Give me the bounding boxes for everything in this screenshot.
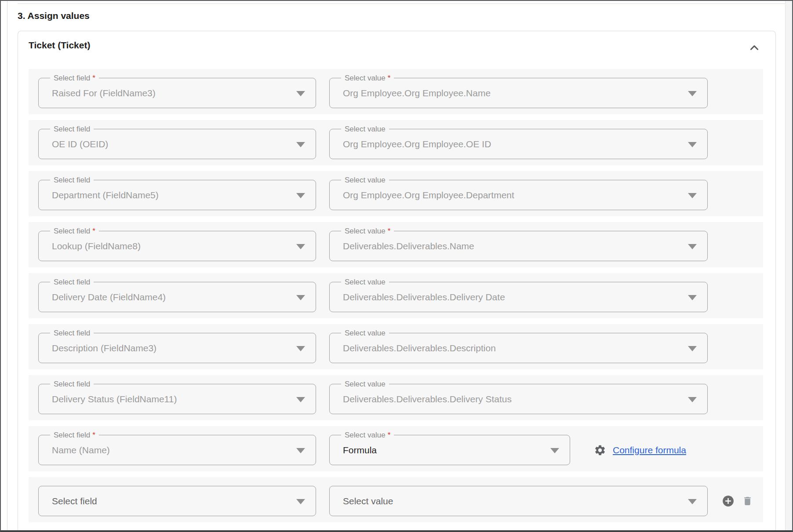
select-value-value: Deliverables.Deliverables.Name: [343, 241, 474, 251]
configure-formula-link[interactable]: Configure formula: [613, 445, 686, 455]
chevron-down-icon: [296, 244, 305, 249]
select-value-dropdown[interactable]: Select valueDeliverables.Deliverables.De…: [329, 333, 708, 363]
chevron-down-icon: [296, 193, 305, 198]
select-value-dropdown[interactable]: Select valueOrg Employee.Org Employee.De…: [329, 180, 708, 210]
select-field-dropdown[interactable]: Select field*Raised For (FieldName3): [38, 78, 316, 108]
trash-icon: [742, 496, 753, 506]
select-field-dropdown[interactable]: Select field*Lookup (FieldName8): [38, 231, 316, 261]
select-value-label: Select value: [341, 278, 389, 286]
select-field-dropdown[interactable]: Select fieldOE ID (OEID): [38, 129, 316, 159]
row-actions: [722, 486, 753, 516]
select-field-dropdown[interactable]: Select field*Name (Name): [38, 435, 316, 465]
chevron-down-icon: [550, 448, 559, 453]
chevron-down-icon: [688, 295, 697, 300]
select-value-label: Select value: [341, 176, 389, 184]
configure-formula-gear-button[interactable]: [594, 444, 606, 456]
assign-values-screen: 3. Assign values Ticket (Ticket) Select …: [0, 0, 793, 532]
select-value-value: Org Employee.Org Employee.Name: [343, 88, 491, 98]
gear-icon: [594, 444, 606, 456]
select-field-value: Select field: [52, 496, 97, 506]
select-value-dropdown[interactable]: Select value*Org Employee.Org Employee.N…: [329, 78, 708, 108]
chevron-down-icon: [296, 142, 305, 147]
select-field-value: Delivery Status (FieldName11): [52, 394, 177, 404]
select-field-dropdown[interactable]: Select field: [38, 486, 316, 516]
select-field-label: Select field: [50, 125, 94, 133]
select-field-label: Select field: [50, 380, 94, 388]
required-asterisk: *: [388, 74, 391, 82]
select-field-dropdown[interactable]: Select fieldDelivery Date (FieldName4): [38, 282, 316, 312]
configure-formula-group: Configure formula: [594, 435, 686, 465]
add-row-button[interactable]: [722, 495, 734, 507]
chevron-down-icon: [688, 142, 697, 147]
select-field-label: Select field*: [50, 431, 99, 439]
select-value-value: Deliverables.Deliverables.Delivery Date: [343, 292, 505, 302]
chevron-down-icon: [296, 499, 305, 504]
select-field-dropdown[interactable]: Select fieldDepartment (FieldName5): [38, 180, 316, 210]
ticket-card: Ticket (Ticket) Select field*Raised For …: [18, 31, 776, 532]
chevron-down-icon: [296, 448, 305, 453]
select-field-dropdown[interactable]: Select fieldDescription (FieldName3): [38, 333, 316, 363]
select-value-label: Select value: [341, 125, 389, 133]
chevron-down-icon: [688, 499, 697, 504]
select-value-dropdown[interactable]: Select value*Deliverables.Deliverables.N…: [329, 231, 708, 261]
required-asterisk: *: [92, 227, 95, 235]
select-value-value: Select value: [343, 496, 393, 506]
select-value-dropdown[interactable]: Select valueDeliverables.Deliverables.De…: [329, 282, 708, 312]
assign-row-9: Select fieldSelect value: [29, 477, 763, 522]
select-value-dropdown[interactable]: Select valueOrg Employee.Org Employee.OE…: [329, 129, 708, 159]
chevron-up-icon: [749, 42, 760, 54]
plus-circle-icon: [722, 495, 734, 507]
panel-top-border: [18, 4, 786, 4]
vertical-scrollbar[interactable]: [785, 1, 792, 530]
assign-row-7: Select fieldDelivery Status (FieldName11…: [29, 375, 763, 420]
select-value-value: Org Employee.Org Employee.OE ID: [343, 139, 491, 149]
collapse-section-button[interactable]: [748, 42, 760, 54]
select-value-label: Select value: [341, 380, 389, 388]
chevron-down-icon: [688, 244, 697, 249]
chevron-down-icon: [688, 193, 697, 198]
select-value-value: Org Employee.Org Employee.Department: [343, 190, 514, 200]
card-title: Ticket (Ticket): [29, 40, 90, 51]
page-title: 3. Assign values: [18, 11, 90, 21]
assign-row-1: Select field*Raised For (FieldName3)Sele…: [29, 69, 763, 114]
select-field-value: Lookup (FieldName8): [52, 241, 141, 251]
assign-row-8: Select field*Name (Name)Select value*For…: [29, 426, 763, 471]
select-field-dropdown[interactable]: Select fieldDelivery Status (FieldName11…: [38, 384, 316, 414]
assign-rows-container: Select field*Raised For (FieldName3)Sele…: [29, 69, 763, 528]
select-field-value: Description (FieldName3): [52, 343, 156, 353]
assign-row-2: Select fieldOE ID (OEID)Select valueOrg …: [29, 120, 763, 165]
select-value-value: Formula: [343, 445, 377, 455]
required-asterisk: *: [92, 74, 95, 82]
select-field-label: Select field: [50, 278, 94, 286]
select-value-dropdown[interactable]: Select valueDeliverables.Deliverables.De…: [329, 384, 708, 414]
assign-row-3: Select fieldDepartment (FieldName5)Selec…: [29, 171, 763, 216]
select-field-label: Select field: [50, 176, 94, 184]
assign-row-4: Select field*Lookup (FieldName8)Select v…: [29, 222, 763, 267]
select-value-label: Select value: [341, 329, 389, 337]
chevron-down-icon: [688, 346, 697, 351]
select-field-value: OE ID (OEID): [52, 139, 108, 149]
chevron-down-icon: [296, 397, 305, 402]
select-value-value: Deliverables.Deliverables.Description: [343, 343, 496, 353]
assign-row-6: Select fieldDescription (FieldName3)Sele…: [29, 324, 763, 369]
select-field-label: Select field*: [50, 227, 99, 235]
select-value-label: Select value*: [341, 431, 394, 439]
select-field-label: Select field*: [50, 74, 99, 82]
required-asterisk: *: [388, 431, 391, 439]
select-value-value: Deliverables.Deliverables.Delivery Statu…: [343, 394, 512, 404]
chevron-down-icon: [296, 295, 305, 300]
chevron-down-icon: [688, 91, 697, 96]
select-value-dropdown[interactable]: Select value*Formula: [329, 435, 570, 465]
required-asterisk: *: [388, 227, 391, 235]
select-field-value: Raised For (FieldName3): [52, 88, 156, 98]
chevron-down-icon: [296, 346, 305, 351]
delete-row-button[interactable]: [742, 496, 753, 506]
chevron-down-icon: [296, 91, 305, 96]
panel-left-border: [7, 1, 7, 530]
select-field-value: Name (Name): [52, 445, 110, 455]
assign-row-5: Select fieldDelivery Date (FieldName4)Se…: [29, 273, 763, 318]
select-value-dropdown[interactable]: Select value: [329, 486, 708, 516]
select-field-value: Department (FieldName5): [52, 190, 159, 200]
select-value-label: Select value*: [341, 227, 394, 235]
select-field-value: Delivery Date (FieldName4): [52, 292, 166, 302]
